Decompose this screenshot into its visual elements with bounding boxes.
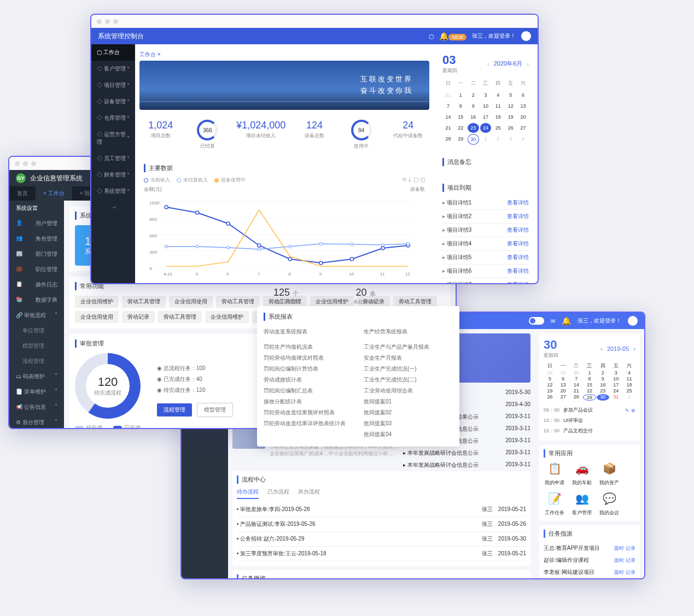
expire-item[interactable]: 项目详情1查看详情: [442, 196, 529, 210]
tab-pending[interactable]: 待办流程: [237, 488, 259, 499]
breadcrumb-tab[interactable]: 工作台 ×: [139, 49, 429, 61]
report-link[interactable]: 劳动成效统计表: [264, 374, 353, 385]
report-link[interactable]: 罚犯生产均值机况表: [264, 342, 353, 353]
expire-item[interactable]: 项目详情3查看详情: [442, 224, 529, 237]
app-shortcut[interactable]: 📝工作任务: [544, 492, 565, 517]
sidebar-admin[interactable]: ⚙ 后台管理˅: [9, 415, 64, 429]
func-tag[interactable]: 劳动记录: [122, 311, 155, 323]
func-tag[interactable]: 企业信用使用: [169, 296, 213, 308]
sidebar-project[interactable]: ◇ 项目管理˅: [91, 77, 135, 93]
app-shortcut[interactable]: 📦我的资产: [598, 462, 620, 486]
func-tag[interactable]: 劳动工具管理: [122, 296, 166, 308]
assign-item[interactable]: 王总:教育APP开发项目面时 记录: [544, 542, 635, 554]
report-link[interactable]: 工业生产完成情况(一): [364, 363, 453, 374]
report-link[interactable]: 批同提案04: [364, 429, 453, 440]
expire-item[interactable]: 项目详情7查看详情: [442, 278, 529, 284]
sidebar-users[interactable]: 👤 用户管理: [9, 216, 64, 231]
flow-mgmt-button[interactable]: 流程管理: [157, 403, 192, 416]
report-link[interactable]: 工业劳动使用综合表: [364, 385, 453, 396]
main-chart-panel: 主要数据 当前收入 未结算收入 设备使用中 ⟲ ⤓ ▢ ◫ 金额(元) 设备数: [139, 160, 429, 283]
schedule-item[interactable]: 15：00产品文档交付: [544, 426, 635, 436]
report-link[interactable]: 罚犯岗位编制计算情表: [264, 363, 353, 374]
sidebar-approval[interactable]: 🔗 审批流程˄: [9, 308, 64, 323]
sidebar-finance[interactable]: ◇ 财务管理˅: [91, 167, 135, 183]
announcement-item[interactable]: ▸ 本年发展战略研讨会信息公示2019-3-11: [403, 459, 530, 471]
announcement-item[interactable]: ▸ 本年发展战略研讨会信息公示2019-3-11: [403, 447, 530, 459]
avatar[interactable]: [521, 31, 531, 41]
sidebar-customer[interactable]: ◇ 客户管理˅: [91, 61, 135, 77]
flow-row[interactable]: • 审批差旅单:李四-2019-05-28张三 2019-05-21: [237, 502, 526, 517]
bell-icon[interactable]: 🔔: [439, 32, 448, 40]
func-tag[interactable]: 企业信用维护: [205, 311, 249, 323]
sidebar-operator[interactable]: ◇ 运营方管理˅: [91, 126, 135, 150]
app-shortcut[interactable]: 👥客户管理: [571, 492, 593, 517]
sidebar-workbench[interactable]: ▢ 工作台: [91, 44, 135, 61]
prev-month[interactable]: ‹: [600, 345, 603, 352]
sidebar-log[interactable]: 📋 操作日志: [9, 277, 64, 292]
app-shortcut[interactable]: 🚗我的车船: [571, 462, 593, 486]
sidebar-codetable[interactable]: 🗂 码表维护˅: [9, 369, 64, 384]
prev-month-icon[interactable]: ‹: [487, 61, 489, 67]
expire-item[interactable]: 项目详情2查看详情: [442, 210, 529, 224]
report-link[interactable]: 罚犯岗位编制汇总表: [264, 385, 353, 396]
schedule-item[interactable]: 10：00UI评审会: [544, 415, 635, 426]
expire-item[interactable]: 项目详情6查看详情: [442, 265, 529, 278]
sidebar-system[interactable]: ◇ 系统管理˅: [91, 183, 135, 200]
report-link[interactable]: 工业生产与产品产量月报表: [364, 342, 453, 353]
svg-text:8: 8: [288, 272, 291, 277]
avatar[interactable]: [628, 316, 638, 326]
flow-row[interactable]: • 第三季度预算审批:王云-2019-05-18张三 2019-05-21: [237, 547, 526, 561]
report-link[interactable]: 安全生产月报表: [364, 353, 453, 363]
report-link[interactable]: 罚犯劳动改造结果详评批表统计表: [264, 418, 353, 429]
model-mgmt-button[interactable]: 模型管理: [197, 403, 233, 417]
sidebar-dept[interactable]: 🏢 部门管理: [9, 247, 64, 262]
cal-day: 03: [442, 53, 457, 67]
report-link[interactable]: 罚犯劳动改造结果预评对照表: [264, 407, 353, 418]
window-icon[interactable]: ▢: [429, 33, 434, 39]
assign-item[interactable]: 李老板:网站建设项目面时 记录: [544, 578, 635, 579]
report-link[interactable]: 批同提案02: [364, 407, 453, 418]
sidebar-staff[interactable]: ◇ 员工管理˅: [91, 150, 135, 167]
sidebar-roles[interactable]: 👥 角色管理: [9, 231, 64, 247]
app-shortcut[interactable]: 💬我的会议: [598, 492, 620, 517]
func-tag[interactable]: 劳动工具管理: [158, 311, 202, 323]
report-link[interactable]: 批同提案01: [364, 396, 453, 407]
theme-toggle[interactable]: [529, 317, 544, 325]
sidebar-device[interactable]: ◇ 设备管理˅: [91, 93, 135, 110]
chart-toolbar[interactable]: ⟲ ⤓ ▢ ◫: [402, 177, 425, 184]
report-link[interactable]: 工业生产完成情况(二): [364, 374, 453, 385]
flow-row[interactable]: • 公务招待:赵六-2019-05-29张三 2019-05-30: [237, 532, 526, 547]
bell-icon[interactable]: 🔔: [562, 316, 571, 325]
report-link[interactable]: 罚犯劳动均值律况对照表: [264, 353, 353, 363]
next-month[interactable]: ›: [633, 345, 635, 352]
report-link[interactable]: 批同提案03: [364, 418, 453, 429]
expire-item[interactable]: 项目详情4查看详情: [442, 237, 529, 251]
tab-workbench[interactable]: × 工作台: [36, 186, 72, 201]
sidebar-unit[interactable]: 单位管理: [9, 323, 64, 338]
func-tag[interactable]: 企业信用维护: [75, 296, 119, 308]
app-shortcut[interactable]: 📋我的申请: [544, 462, 565, 486]
sidebar-warehouse[interactable]: ◇ 仓库管理˅: [91, 110, 135, 126]
sidebar-notice[interactable]: 📢 公告信息˅: [9, 400, 64, 415]
sidebar-menu[interactable]: 📑 菜单维护˅: [9, 384, 64, 400]
func-tag[interactable]: 劳动工具管理: [216, 296, 260, 308]
report-link[interactable]: 接收分配统计表: [264, 396, 353, 407]
flow-row[interactable]: • 产品验证测试:李双-2019-05-26张三 2019-05-26: [237, 517, 526, 532]
tab-home[interactable]: 首页: [9, 186, 36, 201]
mail-icon[interactable]: ✉: [551, 318, 555, 324]
assign-item[interactable]: 李老板:网站建设项目面时 记录: [544, 566, 635, 578]
collapse-icon[interactable]: ⇥: [91, 200, 135, 215]
sidebar-position[interactable]: 💼 职位管理: [9, 262, 64, 277]
next-month-icon[interactable]: ›: [527, 61, 529, 67]
assign-item[interactable]: 赵菲:编辑作业课程面时 记录: [544, 554, 635, 566]
tab-shared[interactable]: 共办流程: [298, 488, 320, 499]
expire-item[interactable]: 项目详情5查看详情: [442, 251, 529, 265]
user-welcome: 张三，欢迎登录！: [472, 32, 516, 40]
func-tag[interactable]: 企业信用使用: [75, 311, 119, 323]
schedule-item[interactable]: 09：00参加产品会议✎ ⊕: [544, 405, 635, 415]
sidebar-model[interactable]: 模型管理: [9, 338, 64, 354]
tab-done[interactable]: 已办流程: [267, 488, 289, 499]
sidebar-flow[interactable]: 流程管理: [9, 354, 64, 369]
sidebar-dict[interactable]: 📚 数据字典: [9, 292, 64, 308]
flow-tabs: 待办流程 已办流程 共办流程: [237, 488, 526, 499]
